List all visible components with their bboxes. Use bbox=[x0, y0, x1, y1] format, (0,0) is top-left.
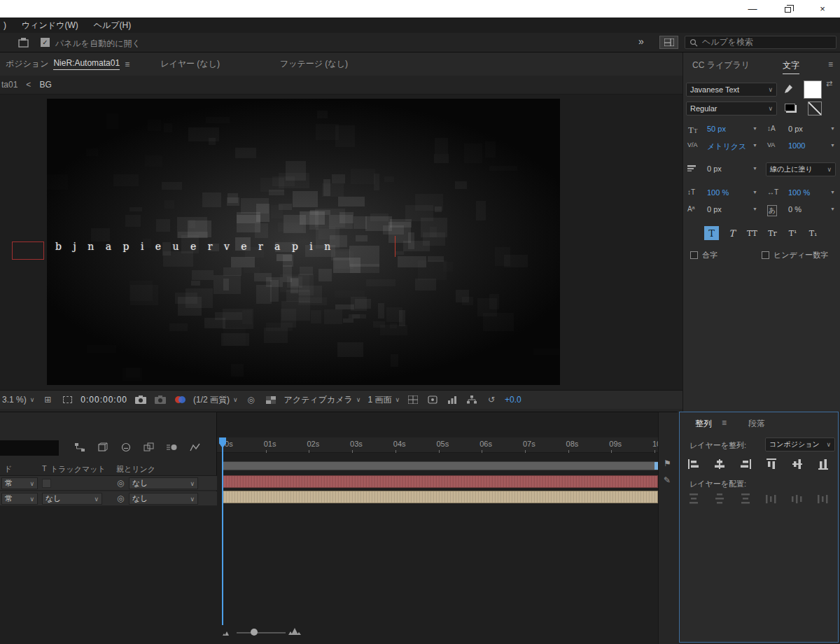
zoom-slider-track[interactable] bbox=[237, 632, 286, 634]
layer-bar-bg[interactable] bbox=[223, 491, 658, 503]
layer-bar-text[interactable] bbox=[223, 475, 658, 488]
align-vertical-center-button[interactable] bbox=[788, 456, 806, 472]
flowchart-icon[interactable] bbox=[465, 394, 478, 405]
marker-bin-icon[interactable]: ⚑ bbox=[664, 458, 671, 468]
leading-value[interactable]: 0 px bbox=[788, 125, 803, 133]
kerning-dropdown-icon[interactable]: ▼ bbox=[752, 143, 757, 148]
camera-select[interactable]: アクティブカメラ∨ bbox=[284, 394, 361, 406]
pickwhip-icon[interactable]: ◎ bbox=[117, 478, 124, 488]
layer-row-2[interactable]: 常∨ なし∨ ◎ なし∨ bbox=[0, 491, 217, 506]
magnification-select[interactable]: 3.1 %)∨ bbox=[2, 395, 34, 405]
zoom-in-mountain-icon[interactable] bbox=[288, 625, 301, 636]
close-button[interactable]: × bbox=[805, 0, 840, 18]
parent-select[interactable]: なし∨ bbox=[129, 477, 198, 489]
mask-visibility-icon[interactable] bbox=[426, 394, 439, 405]
horizontal-scale-value[interactable]: 100 % bbox=[788, 188, 810, 197]
grid-options-icon[interactable]: ⊞ bbox=[41, 394, 54, 405]
column-mode[interactable]: ド bbox=[4, 464, 12, 475]
tsume-dropdown-icon[interactable]: ▼ bbox=[830, 206, 835, 211]
ligatures-checkbox[interactable] bbox=[690, 251, 698, 259]
hide-shy-layers-icon[interactable] bbox=[120, 442, 132, 452]
timeline-timecode-field[interactable] bbox=[0, 440, 59, 456]
workspace-tool-icon[interactable] bbox=[18, 37, 29, 48]
tracking-dropdown-icon[interactable]: ▼ bbox=[830, 143, 835, 148]
horizontal-scale-dropdown-icon[interactable]: ▼ bbox=[830, 190, 835, 195]
small-caps-button[interactable]: Tr bbox=[765, 226, 780, 240]
align-target-select[interactable]: コンポジション∨ bbox=[765, 438, 835, 451]
trackmatte-swatch[interactable] bbox=[42, 479, 51, 488]
view-layout-select[interactable]: 1 画面∨ bbox=[368, 394, 400, 406]
time-ruler[interactable]: 00s01s02s03s04s05s06s07s08s09s10s bbox=[217, 438, 658, 453]
align-top-button[interactable] bbox=[762, 456, 780, 472]
tab-cc-libraries[interactable]: CC ライブラリ bbox=[692, 59, 750, 71]
fill-color-swatch[interactable] bbox=[804, 80, 822, 99]
column-trackmatte[interactable]: トラックマット bbox=[50, 464, 106, 475]
menu-item-truncated[interactable]: ) bbox=[4, 20, 6, 30]
vertical-scale-dropdown-icon[interactable]: ▼ bbox=[752, 190, 757, 195]
stroke-width-value[interactable]: 0 px bbox=[707, 164, 722, 173]
minimize-button[interactable]: — bbox=[735, 0, 770, 18]
kerning-value[interactable]: メトリクス bbox=[707, 141, 746, 152]
breadcrumb-back[interactable]: ta01 bbox=[1, 80, 18, 90]
tracking-value[interactable]: 1000 bbox=[788, 141, 805, 150]
workspace-switcher-button[interactable] bbox=[659, 36, 678, 49]
stroke-width-dropdown-icon[interactable]: ▼ bbox=[752, 166, 757, 171]
distribute-vertical-center-button[interactable] bbox=[710, 491, 729, 507]
font-family-select[interactable]: Javanese Text∨ bbox=[686, 83, 777, 97]
font-size-value[interactable]: 50 px bbox=[707, 125, 726, 133]
panel-menu-icon[interactable]: ≡ bbox=[125, 59, 130, 69]
auto-open-panels-checkbox[interactable]: ✓ bbox=[41, 38, 50, 47]
show-snapshot-icon[interactable] bbox=[154, 394, 167, 405]
subscript-button[interactable]: T₁ bbox=[806, 226, 820, 240]
zoom-out-mountain-icon[interactable] bbox=[223, 627, 231, 637]
vertical-scale-value[interactable]: 100 % bbox=[707, 188, 729, 197]
all-caps-button[interactable]: TT bbox=[745, 226, 760, 240]
layer-row-1[interactable]: 常∨ ◎ なし∨ bbox=[0, 476, 217, 491]
distribute-left-button[interactable] bbox=[762, 491, 780, 507]
mini-flowchart-icon[interactable] bbox=[74, 442, 85, 452]
faux-italic-button[interactable]: T bbox=[724, 226, 739, 240]
show-channels-icon[interactable] bbox=[174, 394, 186, 405]
playhead[interactable] bbox=[222, 438, 223, 625]
help-search-field[interactable]: ヘルプを検索 bbox=[685, 36, 836, 49]
menu-item-help[interactable]: ヘルプ(H) bbox=[94, 20, 132, 31]
exposure-histogram-icon[interactable] bbox=[446, 394, 458, 405]
font-size-dropdown-icon[interactable]: ▼ bbox=[752, 126, 757, 131]
work-area-bar[interactable] bbox=[223, 461, 658, 470]
pickwhip-icon[interactable]: ◎ bbox=[117, 493, 124, 503]
trackmatte-select[interactable]: なし∨ bbox=[42, 493, 102, 505]
baseline-shift-dropdown-icon[interactable]: ▼ bbox=[752, 206, 757, 211]
align-horizontal-center-button[interactable] bbox=[710, 456, 729, 472]
eyedropper-icon[interactable] bbox=[783, 83, 793, 94]
no-stroke-swatch[interactable] bbox=[808, 102, 822, 115]
faux-bold-button[interactable]: T bbox=[704, 226, 719, 240]
menu-item-window[interactable]: ウィンドウ(W) bbox=[22, 20, 78, 31]
blend-mode-select[interactable]: 常∨ bbox=[1, 477, 38, 489]
current-time-display[interactable]: 0:00:00:00 bbox=[80, 395, 127, 405]
tab-composition[interactable]: ポジション NieR:Automata01 ≡ bbox=[0, 58, 135, 70]
distribute-horizontal-center-button[interactable] bbox=[788, 491, 806, 507]
graph-editor-icon[interactable] bbox=[190, 442, 201, 452]
breadcrumb-current[interactable]: BG bbox=[39, 80, 51, 90]
exposure-value[interactable]: +0.0 bbox=[505, 395, 522, 405]
snapshot-icon[interactable] bbox=[134, 394, 147, 405]
tsume-value[interactable]: 0 % bbox=[788, 205, 802, 214]
tab-footage[interactable]: フッテージ (なし) bbox=[274, 58, 354, 70]
tab-layer[interactable]: レイヤー (なし) bbox=[155, 58, 225, 70]
align-bottom-button[interactable] bbox=[813, 456, 832, 472]
stroke-color-swatch[interactable] bbox=[785, 104, 795, 111]
align-left-button[interactable] bbox=[684, 456, 703, 472]
panel-menu-icon[interactable]: ≡ bbox=[722, 418, 727, 428]
region-of-interest-icon[interactable] bbox=[61, 394, 74, 405]
baseline-shift-value[interactable]: 0 px bbox=[707, 205, 722, 214]
align-right-button[interactable] bbox=[736, 456, 755, 472]
draft-3d-icon[interactable] bbox=[97, 442, 108, 452]
target-region-icon[interactable]: ◎ bbox=[245, 394, 258, 405]
parent-select[interactable]: なし∨ bbox=[129, 493, 198, 505]
transparency-grid-icon[interactable] bbox=[265, 394, 277, 405]
column-parent-link[interactable]: 親とリンク bbox=[116, 464, 155, 475]
zoom-slider-thumb[interactable] bbox=[251, 629, 258, 636]
panel-menu-icon[interactable]: ≡ bbox=[828, 59, 833, 69]
distribute-top-button[interactable] bbox=[684, 491, 703, 507]
fill-rule-select[interactable]: 線の上に塗り∨ bbox=[766, 162, 836, 176]
